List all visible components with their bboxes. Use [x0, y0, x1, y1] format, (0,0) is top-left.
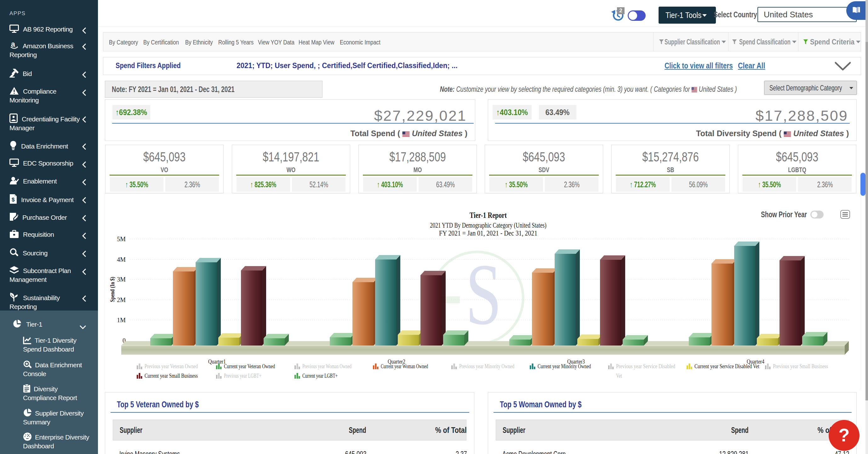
- svg-text:3M: 3M: [117, 276, 126, 283]
- svg-text:Current year Veteran Owned: Current year Veteran Owned: [224, 363, 275, 369]
- svg-text:S: S: [465, 246, 501, 343]
- svg-text:5M: 5M: [117, 235, 126, 243]
- svg-text:Current year Minority Owned: Current year Minority Owned: [538, 363, 591, 369]
- svg-text:a: a: [11, 41, 15, 48]
- svg-text:$: $: [12, 197, 15, 203]
- svg-text:FY 2021 = Jan 01, 2021 - Dec 3: FY 2021 = Jan 01, 2021 - Dec 31, 2021: [439, 229, 537, 237]
- svg-text:Spend (In $): Spend (In $): [109, 277, 116, 302]
- svg-text:Previous year Small Business: Previous year Small Business: [773, 363, 828, 369]
- svg-text:Vet: Vet: [616, 372, 622, 379]
- svg-text:2021 YTD By Demographic Catego: 2021 YTD By Demographic Category (United…: [430, 221, 547, 229]
- svg-text:Previous year Woman Owned: Previous year Woman Owned: [302, 363, 351, 369]
- svg-text:Previous year Veteran Owned: Previous year Veteran Owned: [145, 363, 198, 369]
- svg-text:1M: 1M: [117, 316, 126, 323]
- svg-text:Show Prior Year: Show Prior Year: [761, 210, 807, 219]
- svg-text:Current year Small Business: Current year Small Business: [145, 372, 198, 379]
- svg-text:Previous year Service Disabled: Previous year Service Disabled: [616, 363, 675, 369]
- svg-text:Previous year Minority Owned: Previous year Minority Owned: [459, 363, 514, 369]
- svg-text:Tier-1 Report: Tier-1 Report: [470, 211, 507, 220]
- svg-text:2M: 2M: [117, 296, 126, 303]
- svg-text:Previous year LGBT+: Previous year LGBT+: [224, 372, 261, 379]
- svg-text:Current year Woman Owned: Current year Woman Owned: [381, 363, 428, 369]
- svg-text:Current year LGBT+: Current year LGBT+: [302, 372, 338, 379]
- svg-text:Quarter1: Quarter1: [208, 359, 226, 365]
- svg-text:Current year Service Disabled: Current year Service Disabled Vet: [694, 363, 760, 369]
- svg-text:4M: 4M: [117, 256, 126, 263]
